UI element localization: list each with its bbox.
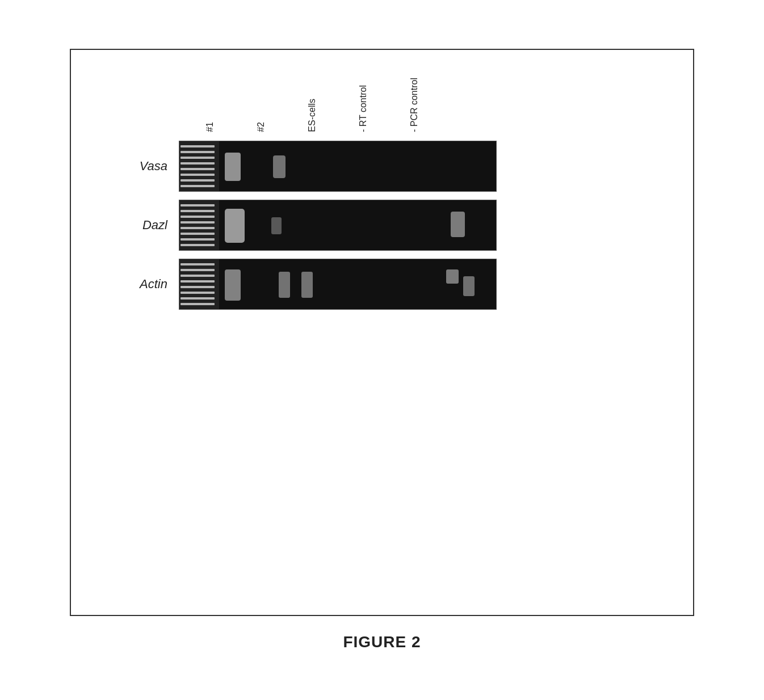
ladder-band: [180, 145, 215, 147]
ladder-band: [180, 286, 215, 288]
ladder-actin: [179, 259, 219, 309]
ladder-band: [180, 244, 215, 246]
gel-image-vasa: [179, 141, 497, 192]
gel-row-actin: Actin: [94, 259, 670, 310]
col-header-1: #1: [184, 122, 236, 135]
vasa-band-1: [225, 153, 241, 181]
ladder-band: [180, 238, 215, 241]
ladder-band: [180, 168, 215, 170]
ladder-band: [180, 297, 215, 300]
ladder-band: [180, 233, 215, 235]
col-label-3: ES-cells: [307, 99, 317, 132]
ladder-band: [180, 157, 215, 159]
col-header-4: - RT control: [338, 85, 389, 135]
dazl-band-2: [271, 217, 282, 234]
row-label-dazl: Dazl: [94, 218, 179, 233]
col-label-4: - RT control: [358, 85, 368, 132]
actin-band-5: [463, 276, 475, 296]
col-header-5: - PCR control: [389, 78, 440, 135]
ladder-band: [180, 227, 215, 229]
figure-caption: FIGURE 2: [343, 633, 421, 651]
ladder-band: [180, 162, 215, 165]
vasa-band-2: [273, 155, 286, 178]
col-header-3: ES-cells: [287, 99, 338, 135]
ladder-band: [180, 179, 215, 182]
dazl-band-3: [451, 212, 465, 237]
ladder-band: [180, 151, 215, 153]
actin-band-1: [225, 269, 241, 301]
gel-row-dazl: Dazl: [94, 200, 670, 251]
row-label-vasa: Vasa: [94, 159, 179, 174]
col-label-5: - PCR control: [409, 78, 419, 132]
ladder-band: [180, 185, 215, 187]
ladder-dazl: [179, 200, 219, 250]
gel-section: #1 #2 ES-cells - RT control - PCR contro…: [94, 67, 670, 310]
gel-rows: Vasa: [94, 141, 670, 310]
row-label-actin: Actin: [94, 277, 179, 292]
actin-band-4: [446, 269, 459, 284]
actin-band-3: [301, 272, 313, 298]
gel-image-actin: [179, 259, 497, 310]
ladder-band: [180, 210, 215, 212]
gel-image-dazl: [179, 200, 497, 251]
ladder-band: [180, 174, 215, 176]
ladder-band: [180, 269, 215, 271]
ladder-band: [180, 292, 215, 294]
ladder-vasa: [179, 141, 219, 191]
ladder-band: [180, 204, 215, 206]
ladder-band: [180, 221, 215, 224]
dazl-band-1: [225, 209, 245, 243]
ladder-band: [180, 275, 215, 277]
ladder-band: [180, 280, 215, 282]
gel-row-vasa: Vasa: [94, 141, 670, 192]
col-header-2: #2: [236, 122, 287, 135]
ladder-band: [180, 216, 215, 218]
col-label-1: #1: [205, 122, 215, 132]
actin-band-2: [279, 272, 290, 298]
ladder-band: [180, 303, 215, 305]
ladder-band: [180, 263, 215, 265]
figure-container: #1 #2 ES-cells - RT control - PCR contro…: [70, 49, 694, 616]
col-label-2: #2: [256, 122, 266, 132]
column-headers: #1 #2 ES-cells - RT control - PCR contro…: [184, 67, 670, 135]
